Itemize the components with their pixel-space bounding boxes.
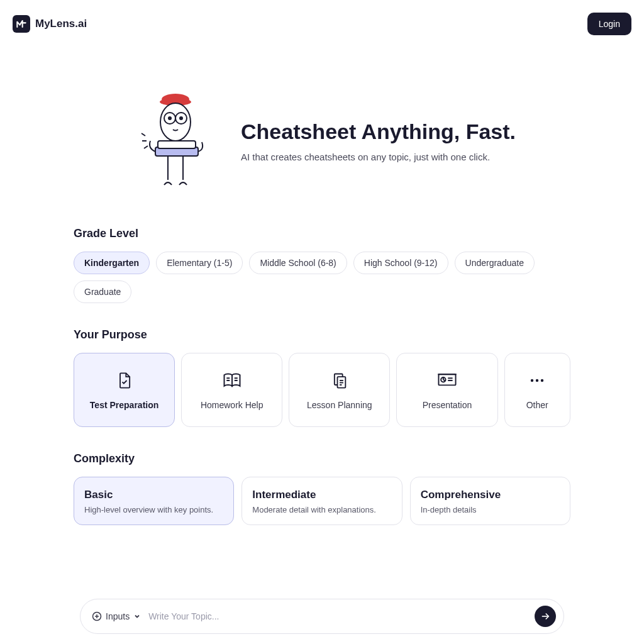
- complexity-option-intermediate[interactable]: Intermediate Moderate detail with explan…: [242, 477, 402, 525]
- purpose-option-lesson[interactable]: Lesson Planning: [289, 353, 390, 427]
- submit-button[interactable]: [535, 606, 556, 627]
- grade-section: Grade Level Kindergarten Elementary (1-5…: [74, 227, 570, 303]
- inputs-label: Inputs: [106, 611, 130, 621]
- complexity-card-title: Intermediate: [252, 489, 391, 501]
- purpose-option-test-prep[interactable]: Test Preparation: [74, 353, 175, 427]
- complexity-options: Basic High-level overview with key point…: [74, 477, 570, 525]
- purpose-option-presentation[interactable]: Presentation: [396, 353, 497, 427]
- grade-option-kindergarten[interactable]: Kindergarten: [74, 252, 150, 274]
- svg-point-24: [536, 379, 538, 382]
- logo-text: MyLens.ai: [35, 18, 87, 30]
- grade-option-high[interactable]: High School (9-12): [353, 252, 448, 274]
- purpose-label: Test Preparation: [90, 400, 158, 410]
- presentation-icon: [437, 372, 457, 389]
- complexity-section: Complexity Basic High-level overview wit…: [74, 452, 570, 525]
- complexity-option-comprehensive[interactable]: Comprehensive In-depth details: [410, 477, 570, 525]
- complexity-option-basic[interactable]: Basic High-level overview with key point…: [74, 477, 234, 525]
- purpose-label: Homework Help: [201, 400, 264, 410]
- hero-text: Cheatsheet Anything, Fast. AI that creat…: [241, 119, 516, 162]
- logo[interactable]: MyLens.ai: [13, 15, 87, 33]
- logo-icon: [13, 15, 30, 33]
- arrow-right-icon: [540, 611, 551, 622]
- header: MyLens.ai Login: [0, 0, 644, 48]
- grade-option-graduate[interactable]: Graduate: [74, 280, 131, 303]
- inputs-dropdown[interactable]: Inputs: [92, 611, 141, 621]
- purpose-label: Presentation: [423, 400, 472, 410]
- dots-icon: [530, 372, 545, 389]
- purpose-title: Your Purpose: [74, 328, 570, 341]
- main-content: Cheatsheet Anything, Fast. AI that creat…: [74, 48, 570, 525]
- file-check-icon: [116, 372, 133, 389]
- complexity-card-title: Comprehensive: [421, 489, 560, 501]
- book-open-icon: [223, 372, 242, 389]
- input-bar: Inputs: [80, 599, 564, 634]
- clipboard-icon: [331, 372, 348, 389]
- svg-rect-8: [158, 141, 196, 148]
- hero-illustration-icon: [136, 92, 218, 189]
- complexity-card-title: Basic: [84, 489, 223, 501]
- grade-title: Grade Level: [74, 227, 570, 240]
- plus-circle-icon: [92, 611, 102, 621]
- login-button[interactable]: Login: [587, 13, 631, 35]
- purpose-options: Test Preparation Homework Help: [74, 353, 570, 427]
- purpose-option-homework[interactable]: Homework Help: [181, 353, 282, 427]
- purpose-label: Lesson Planning: [307, 400, 372, 410]
- complexity-title: Complexity: [74, 452, 570, 465]
- complexity-card-desc: In-depth details: [421, 505, 560, 514]
- chevron-down-icon: [133, 613, 141, 620]
- topic-input[interactable]: [148, 611, 527, 621]
- hero-subtitle: AI that creates cheatsheets on any topic…: [241, 152, 516, 162]
- svg-point-5: [168, 116, 172, 120]
- svg-point-6: [179, 116, 183, 120]
- grade-options: Kindergarten Elementary (1-5) Middle Sch…: [74, 252, 570, 303]
- grade-option-middle[interactable]: Middle School (6-8): [249, 252, 347, 274]
- complexity-card-desc: Moderate detail with explanations.: [252, 505, 391, 514]
- hero: Cheatsheet Anything, Fast. AI that creat…: [74, 92, 570, 189]
- svg-point-25: [541, 379, 543, 382]
- purpose-section: Your Purpose Test Preparation: [74, 328, 570, 427]
- purpose-label: Other: [526, 400, 548, 410]
- grade-option-undergraduate[interactable]: Undergraduate: [455, 252, 535, 274]
- grade-option-elementary[interactable]: Elementary (1-5): [156, 252, 243, 274]
- complexity-card-desc: High-level overview with key points.: [84, 505, 223, 514]
- hero-title: Cheatsheet Anything, Fast.: [241, 119, 516, 144]
- svg-point-23: [531, 379, 533, 382]
- purpose-option-other[interactable]: Other: [504, 353, 570, 427]
